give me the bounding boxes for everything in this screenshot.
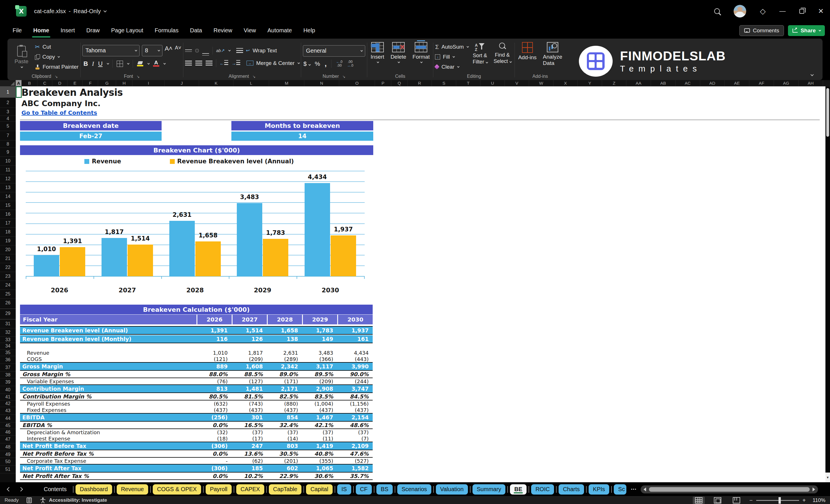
table-row-contribution-margin[interactable]: Contribution Margin %80.5%81.5%82.5%83.5… (20, 393, 373, 401)
row-header-17[interactable]: 17 (0, 219, 16, 228)
select-all-corner[interactable] (0, 80, 16, 86)
delete-cells-button[interactable]: Delete (389, 41, 408, 73)
align-center-button[interactable] (195, 61, 202, 65)
format-cells-button[interactable]: Format (411, 41, 431, 73)
row-header-48[interactable]: 48 (0, 443, 16, 451)
calculation-mode-icon[interactable] (27, 497, 32, 503)
chart-bar-revenue-2028[interactable] (169, 221, 195, 276)
copy-button[interactable]: Copy (35, 53, 78, 61)
table-row-payroll-expenses[interactable]: Payroll Expenses(632)(743)(880)(1,004)(1… (20, 401, 373, 407)
row-header-36[interactable]: 36 (0, 356, 16, 364)
row-header-16[interactable]: 16 (0, 210, 16, 219)
decrease-decimal-button[interactable]: .00→.0 (347, 60, 353, 67)
sheet-tab-dashboard[interactable]: Dashboard (75, 484, 112, 495)
sheet-tab-revenue[interactable]: Revenue (117, 484, 148, 495)
ribbon-tab-insert[interactable]: Insert (60, 26, 75, 35)
share-button[interactable]: Share (788, 25, 825, 36)
table-row-gross-margin[interactable]: Gross Margin %88.0%88.5%89.0%89.5%90.0% (20, 371, 373, 378)
column-header-J[interactable]: J (165, 80, 199, 86)
underline-button[interactable]: U (98, 60, 103, 67)
column-header-S[interactable]: S (432, 80, 456, 86)
row-header-18[interactable]: 18 (0, 228, 16, 237)
zoom-in-button[interactable]: + (802, 497, 806, 504)
addins-button[interactable]: Add-ins (516, 41, 538, 73)
ribbon-tab-data[interactable]: Data (189, 26, 202, 35)
ribbon-tab-review[interactable]: Review (213, 26, 233, 35)
row-header-38[interactable]: 38 (0, 372, 16, 378)
table-row-net-profit-before-tax[interactable]: Net Profit Before Tax %0.0%13.6%30.5%40.… (20, 450, 373, 458)
row-header-42[interactable]: 42 (0, 401, 16, 407)
page-layout-view-button[interactable] (711, 497, 724, 504)
insert-cells-button[interactable]: Insert (369, 41, 386, 73)
chevron-down-icon[interactable] (103, 9, 107, 12)
row-header-19[interactable]: 19 (0, 237, 16, 245)
sheet-tab-roic[interactable]: ROIC (531, 484, 554, 495)
percent-format-button[interactable]: % (315, 60, 320, 67)
cut-button[interactable]: ✂Cut (35, 43, 78, 51)
column-header-X[interactable]: X (553, 80, 578, 86)
sheet-tab-summary[interactable]: Summary (473, 484, 506, 495)
more-sheets-button[interactable]: ••• (631, 487, 637, 492)
sheet-tab-scenarios[interactable]: Scenarios (397, 484, 431, 495)
sheet-tab-kpis[interactable]: KPIs (588, 484, 609, 495)
bold-button[interactable]: B (84, 60, 88, 67)
table-row-ebitda[interactable]: EBITDA %0.0%16.5%32.4%42.1%48.6% (20, 421, 373, 429)
premium-diamond-icon[interactable]: ◇ (760, 7, 766, 16)
column-header-I[interactable]: I (132, 80, 165, 86)
borders-button[interactable] (117, 61, 123, 67)
format-painter-button[interactable]: Format Painter (35, 63, 78, 71)
sheet-tab-captable[interactable]: CapTable (269, 484, 302, 495)
row-header-4[interactable]: 4 (0, 116, 16, 122)
table-of-contents-link[interactable]: Go to Table of Contents (22, 109, 97, 116)
row-header-2[interactable]: 2 (0, 98, 16, 108)
row-header-44[interactable]: 44 (0, 415, 16, 422)
column-header-H[interactable]: H (116, 80, 132, 86)
row-header-11[interactable]: 11 (0, 166, 16, 175)
row-header-40[interactable]: 40 (0, 386, 16, 394)
ribbon-tab-automate[interactable]: Automate (267, 26, 293, 35)
decrease-indent-button[interactable]: ← (220, 60, 228, 66)
ribbon-tab-file[interactable]: File (12, 26, 22, 35)
scroll-left-arrow[interactable] (643, 487, 646, 492)
restore-button[interactable] (799, 9, 804, 14)
row-header-35[interactable]: 35 (0, 350, 16, 356)
row-header-26[interactable]: 26 (0, 298, 16, 308)
column-header-O[interactable]: O (339, 80, 375, 86)
ribbon-tab-formulas[interactable]: Formulas (154, 26, 179, 35)
font-size-select[interactable]: 8 (142, 45, 162, 56)
grow-font-button[interactable]: A˄ (165, 45, 173, 56)
column-header-L[interactable]: L (233, 80, 269, 86)
column-header-M[interactable]: M (269, 80, 304, 86)
font-family-select[interactable]: Tahoma (83, 45, 139, 56)
row-header-8[interactable]: 8 (0, 140, 16, 148)
table-row-net-profit-after-tax[interactable]: Net Profit After Tax(306)1856021,0651,58… (20, 464, 373, 473)
table-row-ebitda[interactable]: EBITDA(256)3018541,4672,154 (20, 413, 373, 421)
row-header-51[interactable]: 51 (0, 466, 16, 473)
row-header-33[interactable]: 33 (0, 337, 16, 343)
number-format-select[interactable]: General (303, 45, 365, 57)
row-header-45[interactable]: 45 (0, 422, 16, 429)
row-header-21[interactable]: 21 (0, 254, 16, 263)
align-right-button[interactable] (205, 61, 213, 65)
chevron-down-icon[interactable] (228, 49, 230, 51)
column-header-AF[interactable]: AF (749, 80, 774, 86)
row-header-47[interactable]: 47 (0, 436, 16, 443)
sheet-tab-charts[interactable]: Charts (558, 484, 584, 495)
column-header-E[interactable]: E (67, 80, 83, 86)
column-header-G[interactable]: G (98, 80, 116, 86)
clear-button[interactable]: Clear (435, 63, 468, 71)
autosum-button[interactable]: ΣAutoSum (435, 43, 468, 51)
column-header-Z[interactable]: Z (602, 80, 626, 86)
accounting-format-button[interactable]: $ (304, 60, 310, 67)
table-row-cogs[interactable]: COGS(121)(209)(289)(366)(443) (20, 356, 373, 362)
sort-filter-button[interactable]: Sort &Filter (471, 41, 489, 73)
table-row-net-profit-after-tax[interactable]: Net Profit After Tax %0.0%10.2%22.9%30.6… (20, 473, 373, 480)
scroll-down-arrow[interactable]: ▼ (825, 473, 830, 482)
page-break-view-button[interactable] (731, 497, 742, 504)
zoom-out-button[interactable]: − (749, 497, 753, 504)
table-row-fixed-expenses[interactable]: Fixed Expenses(437)(437)(437)(437)(437) (20, 407, 373, 413)
column-header-AC[interactable]: AC (676, 80, 700, 86)
row-header-20[interactable]: 20 (0, 245, 16, 254)
zoom-slider[interactable] (756, 500, 799, 501)
chart-bar-revenue-2026[interactable] (34, 255, 59, 276)
